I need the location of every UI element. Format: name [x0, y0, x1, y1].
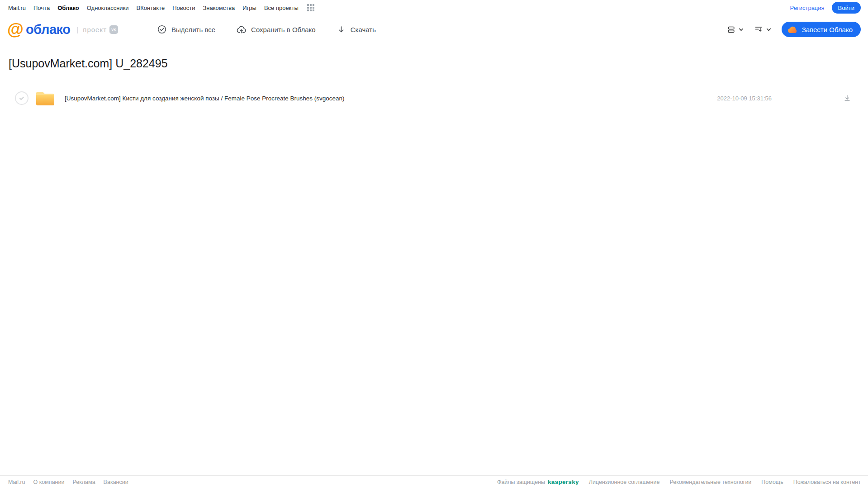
create-cloud-label: Завести Облако	[802, 26, 853, 33]
download-arrow-icon	[337, 25, 346, 34]
portal-auth: Регистрация Войти	[790, 2, 861, 14]
portal-link-dating[interactable]: Знакомства	[203, 5, 235, 11]
footer-right-links: Файлы защищены kaspersky Лицензионное со…	[497, 479, 861, 485]
footer-link-jobs[interactable]: Вакансии	[104, 479, 128, 485]
select-all-button[interactable]: Выделить все	[157, 24, 215, 34]
portal-link-games[interactable]: Игры	[242, 5, 256, 11]
view-mode-icon	[727, 25, 735, 34]
folder-icon	[35, 90, 55, 107]
file-list: [UsupovMarket.com] Кисти для создания же…	[0, 87, 868, 109]
logo-divider: |	[76, 26, 78, 33]
row-download-icon[interactable]	[843, 94, 851, 102]
footer-link-about[interactable]: О компании	[33, 479, 65, 485]
row-checkbox[interactable]	[15, 91, 28, 105]
file-modified-date: 2022-10-09 15:31:56	[717, 95, 772, 102]
kaspersky-protection: Файлы защищены kaspersky	[497, 479, 579, 485]
footer-link-mailru[interactable]: Mail.ru	[8, 479, 25, 485]
portal-link-news[interactable]: Новости	[172, 5, 195, 11]
portal-link-odnoklassniki[interactable]: Одноклассники	[87, 5, 129, 11]
login-button[interactable]: Войти	[832, 2, 861, 14]
registration-link[interactable]: Регистрация	[790, 5, 825, 11]
footer-link-recommendation-tech[interactable]: Рекомендательные технологии	[669, 479, 751, 485]
cloud-upload-icon	[236, 24, 247, 35]
chevron-down-icon	[738, 27, 744, 33]
portal-link-mailru[interactable]: Mail.ru	[8, 5, 26, 11]
portal-link-all-projects[interactable]: Все проекты	[264, 5, 299, 11]
footer-link-ads[interactable]: Реклама	[72, 479, 95, 485]
file-row[interactable]: [UsupovMarket.com] Кисти для создания же…	[0, 87, 868, 109]
sort-icon	[754, 25, 763, 34]
check-circle-icon	[157, 24, 167, 34]
sort-control[interactable]	[754, 25, 772, 34]
main-content: [UsupovMarket.com] U_282495	[0, 43, 868, 109]
vk-logo-icon: VK	[109, 25, 118, 34]
project-label: проект	[83, 26, 107, 33]
cloud-icon	[787, 26, 798, 33]
header-controls: Завести Облако	[727, 22, 861, 37]
save-to-cloud-button[interactable]: Сохранить в Облако	[236, 24, 316, 35]
kaspersky-logo[interactable]: kaspersky	[548, 479, 579, 485]
portal-link-vkontakte[interactable]: ВКонтакте	[137, 5, 165, 11]
protected-by-label: Файлы защищены	[497, 479, 545, 485]
all-projects-grid-icon[interactable]	[307, 4, 314, 11]
download-button[interactable]: Скачать	[337, 25, 376, 34]
footer-left-links: Mail.ru О компании Реклама Вакансии	[8, 479, 128, 485]
mailru-at-icon: @	[7, 21, 24, 38]
save-to-cloud-label: Сохранить в Облако	[251, 26, 316, 33]
footer-link-license[interactable]: Лицензионное соглашение	[589, 479, 660, 485]
portal-links: Mail.ru Почта Облако Одноклассники ВКонт…	[8, 4, 314, 11]
select-all-label: Выделить все	[171, 26, 215, 33]
portal-link-cloud[interactable]: Облако	[57, 5, 79, 11]
file-name[interactable]: [UsupovMarket.com] Кисти для создания же…	[65, 95, 717, 102]
portal-link-mail[interactable]: Почта	[33, 5, 50, 11]
chevron-down-icon	[766, 27, 772, 33]
app-header: @ облако | проект VK Выделить все Сохран…	[0, 15, 868, 43]
cloud-logo[interactable]: @ облако | проект VK	[7, 22, 118, 38]
portal-topbar: Mail.ru Почта Облако Одноклассники ВКонт…	[0, 0, 868, 15]
download-label: Скачать	[351, 26, 376, 33]
page-footer: Mail.ru О компании Реклама Вакансии Файл…	[0, 475, 868, 488]
page-title: [UsupovMarket.com] U_282495	[0, 57, 868, 70]
view-mode-control[interactable]	[727, 25, 744, 34]
logo-text: облако	[26, 22, 70, 37]
footer-link-report-content[interactable]: Пожаловаться на контент	[793, 479, 861, 485]
file-toolbar: Выделить все Сохранить в Облако Скачать	[157, 24, 376, 35]
footer-link-help[interactable]: Помощь	[761, 479, 783, 485]
create-cloud-button[interactable]: Завести Облако	[782, 22, 861, 37]
checkmark-icon	[19, 95, 25, 101]
